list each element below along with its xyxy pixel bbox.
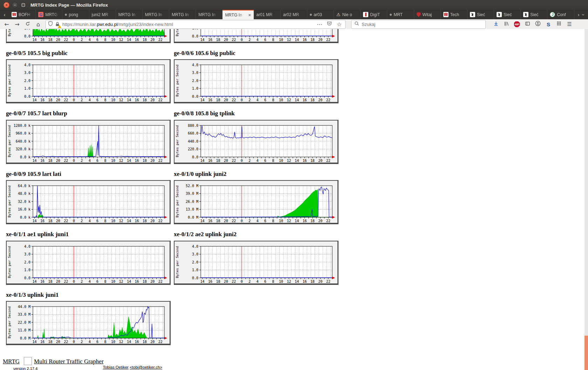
page-actions-button[interactable]: ⋯ bbox=[316, 20, 323, 28]
graph-heading: xe-0/1/1 ae1 uplink juni1 bbox=[6, 231, 171, 238]
sidebar-button[interactable] bbox=[524, 20, 531, 28]
graph-image-xe-0-1-2[interactable]: 4.03.02.01.00.01416182022024681012141618… bbox=[174, 241, 339, 285]
tracking-shield-icon[interactable] bbox=[48, 21, 53, 27]
svg-text:4: 4 bbox=[257, 38, 259, 42]
tab-close-icon[interactable]: × bbox=[248, 12, 251, 18]
svg-text:20: 20 bbox=[56, 219, 60, 223]
svg-text:13.0 M: 13.0 M bbox=[186, 207, 198, 211]
account-button[interactable] bbox=[534, 20, 542, 28]
graph-image-ge-0-0-7[interactable]: 1280.0 k960.0 k640.0 k320.0 k0.0 k141618… bbox=[6, 120, 171, 164]
graph-image-ge-0-0-6[interactable]: 4.03.02.01.00.01416182022024681012141618… bbox=[174, 59, 339, 103]
svg-text:11.0 M: 11.0 M bbox=[18, 328, 30, 332]
maximize-icon bbox=[22, 4, 25, 7]
scrollbar-thumb[interactable] bbox=[584, 336, 588, 370]
tab-label: Sieć bbox=[504, 12, 518, 17]
author-oetiker-email-link[interactable]: <tobi@oetiker.ch> bbox=[130, 365, 162, 369]
svg-text:14: 14 bbox=[127, 340, 131, 344]
vertical-scrollbar[interactable] bbox=[584, 29, 588, 370]
mrtg-graph-block-xe-0-1-0: xe-0/1/0 uplink juni252.0 M39.0 M26.0 M1… bbox=[174, 167, 339, 224]
tab-witaj-15[interactable]: Witaj bbox=[414, 10, 441, 19]
svg-text:18: 18 bbox=[310, 38, 315, 42]
tab-sieć-17[interactable]: Sieć bbox=[467, 10, 494, 19]
graph-image-xe-0-1-1[interactable]: 4.03.02.01.00.01416182022024681012141618… bbox=[6, 241, 171, 285]
search-bar[interactable]: Szukaj bbox=[351, 20, 486, 29]
tab-mrtg-in-5[interactable]: MRTG In bbox=[143, 10, 169, 19]
page-footer: MRTGMulti Router Traffic Grapher version… bbox=[3, 357, 584, 370]
svg-text:18: 18 bbox=[48, 219, 52, 223]
tab-label: Conf bbox=[557, 12, 571, 17]
mrtg-title-link[interactable]: Multi Router Traffic Grapher bbox=[34, 358, 103, 365]
tab-mrtg-in-7[interactable]: MRTG In bbox=[196, 10, 223, 19]
svg-text:Bytes per Second: Bytes per Second bbox=[175, 185, 179, 218]
svg-text:22: 22 bbox=[64, 340, 68, 344]
j-logo-favicon-icon: J bbox=[550, 12, 555, 17]
menu-button[interactable]: ☰ bbox=[566, 20, 573, 28]
tab-scroll-left-button[interactable]: ‹ bbox=[0, 10, 9, 19]
svg-text:18: 18 bbox=[216, 159, 220, 163]
home-button[interactable]: ⌂ bbox=[34, 20, 43, 28]
svg-text:16: 16 bbox=[135, 340, 139, 344]
bookmark-star-button[interactable]: ☆ bbox=[335, 20, 343, 28]
tab-ar02-mr-10[interactable]: ar02 MR bbox=[281, 10, 307, 19]
tab-pong-2[interactable]: pong bbox=[62, 10, 89, 19]
tab-juni2-mr-3[interactable]: juni2 MR bbox=[89, 10, 116, 19]
apps-grid-icon[interactable] bbox=[555, 20, 563, 28]
svg-text:22: 22 bbox=[232, 219, 236, 223]
svg-text:22: 22 bbox=[158, 38, 163, 42]
tab-sieć-18[interactable]: Sieć bbox=[494, 10, 521, 19]
graph-image-ge-0-0-8[interactable]: 880.0660.0440.0220.00.014161820220246810… bbox=[174, 120, 339, 164]
graph-image-partial-top-left[interactable]: 4.03.02.01.00.01416182022024681012141618… bbox=[6, 29, 171, 43]
tab-overflow-button[interactable]: › bbox=[578, 12, 580, 18]
svg-text:12: 12 bbox=[119, 219, 123, 223]
svg-text:8: 8 bbox=[104, 38, 107, 42]
tab-ar01-mr-9[interactable]: ar01 MR bbox=[254, 10, 281, 19]
tab-ar03-11[interactable]: ar03 bbox=[307, 10, 334, 19]
svg-text:10: 10 bbox=[111, 340, 115, 344]
tab-mrt-14[interactable]: MRT bbox=[387, 10, 414, 19]
svg-text:16: 16 bbox=[302, 98, 307, 102]
forward-button[interactable]: → bbox=[13, 20, 22, 28]
svg-text:6: 6 bbox=[264, 280, 266, 283]
tab-mrtg-in-6[interactable]: MRTG In bbox=[169, 10, 196, 19]
graph-image-ge-0-0-5[interactable]: 4.03.02.01.00.01416182022024681012141618… bbox=[6, 59, 171, 103]
graph-image-xe-0-1-0[interactable]: 52.0 M39.0 M26.0 M13.0 M0.0 M14161820220… bbox=[174, 180, 339, 224]
list-all-tabs-button[interactable]: › bbox=[581, 14, 587, 15]
tab-tech-16[interactable]: ☎Tech bbox=[441, 10, 467, 19]
back-button[interactable]: ← bbox=[2, 20, 11, 28]
tab-mrtg-1[interactable]: GMRTG bbox=[36, 10, 62, 19]
window-maximize-button[interactable] bbox=[20, 2, 26, 8]
downloads-button[interactable] bbox=[492, 20, 500, 28]
adblock-icon[interactable]: ABP bbox=[513, 20, 521, 28]
tab-mrtg-in-8[interactable]: MRTG In× bbox=[223, 10, 254, 19]
tab-mrtg-in-4[interactable]: MRTG In bbox=[116, 10, 143, 19]
lock-warning-icon[interactable] bbox=[55, 22, 60, 27]
svg-text:18: 18 bbox=[143, 38, 147, 42]
svg-text:2.0: 2.0 bbox=[24, 79, 30, 83]
url-bar[interactable]: https://munin.iiar.pwr.edu.pl/mrtg/juni2… bbox=[46, 20, 346, 29]
mrtg-link[interactable]: MRTG bbox=[3, 358, 20, 365]
svg-text:12: 12 bbox=[287, 98, 291, 102]
svg-text:6: 6 bbox=[96, 340, 98, 344]
reload-button[interactable] bbox=[23, 20, 32, 28]
tab-bofh-0[interactable]: ☎BOFH bbox=[9, 10, 36, 19]
graph-image-xe-0-1-3[interactable]: 44.0 M33.0 M22.0 M11.0 M0.0 M14161820220… bbox=[6, 301, 171, 345]
svg-text:0: 0 bbox=[241, 38, 243, 42]
graph-image-partial-top-right[interactable]: 4.03.02.01.00.01416182022024681012141618… bbox=[174, 29, 339, 43]
window-close-button[interactable]: × bbox=[4, 2, 9, 8]
pocket-icon[interactable] bbox=[326, 20, 333, 28]
tab-label: ar02 MR bbox=[283, 12, 305, 17]
tab-sieć-19[interactable]: Sieć bbox=[521, 10, 547, 19]
library-button[interactable] bbox=[502, 20, 510, 28]
window-minimize-button[interactable]: – bbox=[12, 2, 18, 8]
author-oetiker-link[interactable]: Tobias Oetiker bbox=[103, 365, 129, 369]
tab-nie-o-12[interactable]: ⚠Nie o bbox=[334, 10, 361, 19]
tab-label: BOFH bbox=[19, 12, 33, 17]
svg-text:22: 22 bbox=[158, 280, 163, 283]
svg-text:16: 16 bbox=[40, 38, 45, 42]
graph-image-ge-0-0-9[interactable]: 64.0 k48.0 k32.0 k16.0 k0.0 k14161820220… bbox=[6, 180, 171, 224]
tab-digit-13[interactable]: DigiT bbox=[361, 10, 387, 19]
svg-text:22: 22 bbox=[64, 98, 68, 102]
svg-text:20: 20 bbox=[224, 280, 228, 283]
tab-conf-20[interactable]: JConf bbox=[547, 10, 574, 19]
s-extension-icon[interactable]: S bbox=[545, 20, 552, 28]
